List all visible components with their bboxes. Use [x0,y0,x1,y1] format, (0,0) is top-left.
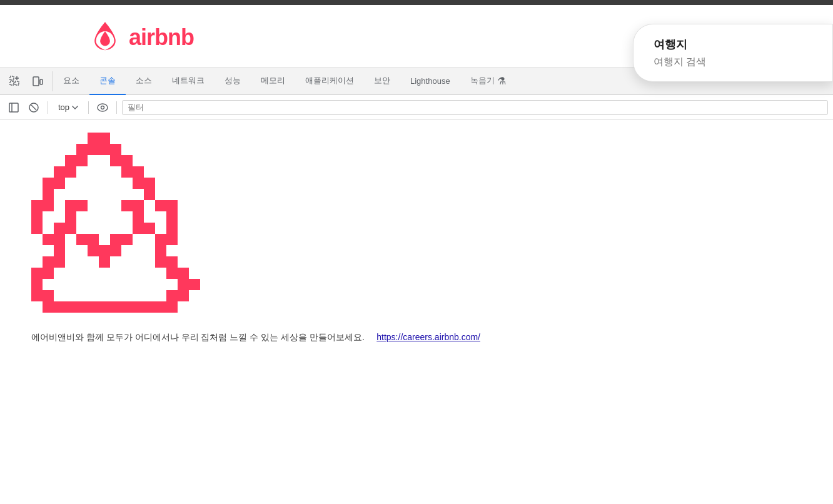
device-toggle-button[interactable] [28,71,48,91]
search-popup-subtitle: 여행지 검색 [654,56,807,69]
search-popup: 여행지 여행지 검색 [633,24,833,82]
devtools-icons-left [0,71,53,91]
svg-rect-5 [33,77,39,86]
search-popup-title: 여행지 [654,37,807,52]
svg-line-10 [31,105,36,110]
svg-rect-2 [15,81,19,85]
tab-lighthouse[interactable]: Lighthouse [400,68,460,95]
clear-console-button[interactable] [25,99,43,116]
tab-memory[interactable]: 메모리 [251,68,295,95]
tab-network[interactable]: 네트워크 [162,68,215,95]
sidebar-toggle-button[interactable] [5,99,23,116]
svg-rect-7 [9,103,18,112]
console-visibility-button[interactable] [94,99,111,116]
pixel-logo-container [31,133,808,315]
svg-rect-0 [10,76,14,80]
console-divider-3 [116,101,117,114]
airbnb-logo-text: airbnb [129,24,194,51]
recorder-icon: ⚗ [497,75,506,87]
console-text-line: 에어비앤비와 함께 모두가 어디에서나 우리 집처럼 느낄 수 있는 세상을 만… [31,330,808,344]
airbnb-logo: airbnb [88,20,194,55]
tab-application[interactable]: 애플리케이션 [295,68,364,95]
console-context-selector[interactable]: top [53,101,83,113]
tab-elements[interactable]: 요소 [53,68,89,95]
console-toolbar: top [0,95,833,120]
inspect-element-button[interactable] [5,71,25,91]
airbnb-logo-icon [88,20,123,55]
tab-console[interactable]: 콘솔 [89,68,126,95]
tab-security[interactable]: 보안 [364,68,400,95]
svg-point-11 [98,104,108,111]
svg-rect-6 [40,79,43,84]
svg-point-12 [101,106,104,109]
chevron-down-icon [72,106,78,109]
careers-link[interactable]: https://careers.airbnb.com/ [376,332,480,342]
console-content: 에어비앤비와 함께 모두가 어디에서나 우리 집처럼 느낄 수 있는 세상을 만… [0,120,833,370]
pixel-logo [31,133,200,313]
console-filter-input[interactable] [122,100,828,115]
tab-recorder[interactable]: 녹음기 ⚗ [460,68,516,95]
console-divider-2 [88,101,89,114]
airbnb-header: airbnb 여행지 여행지 검색 [0,5,833,68]
tab-sources[interactable]: 소스 [126,68,162,95]
browser-top-bar [0,0,833,5]
svg-rect-1 [10,81,14,85]
console-divider-1 [48,101,48,114]
tab-performance[interactable]: 성능 [215,68,251,95]
